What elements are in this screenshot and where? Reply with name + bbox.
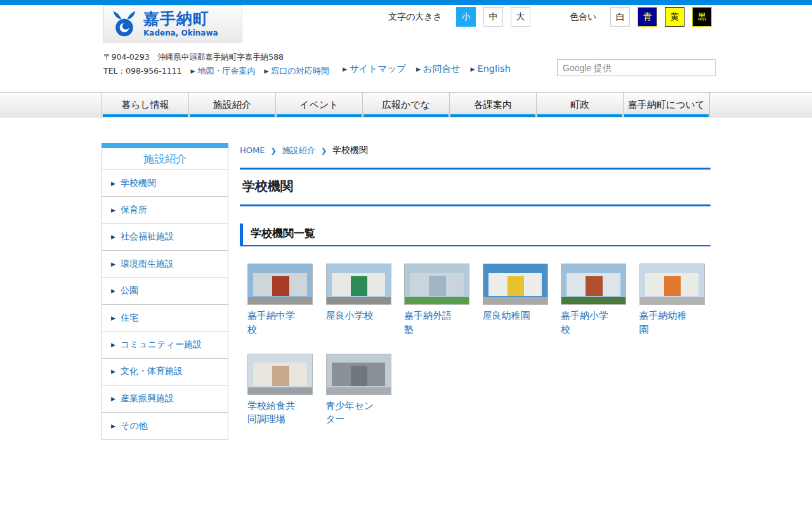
photo-yara-kindergarten bbox=[483, 264, 548, 305]
photo-layer-acc bbox=[351, 276, 367, 297]
site-logo[interactable]: 嘉手納町 Kadena, Okinawa bbox=[103, 5, 242, 43]
nav-item[interactable]: 各課案内 bbox=[449, 93, 536, 117]
sidebar-item[interactable]: ▶環境衛生施設 bbox=[102, 251, 228, 277]
link-arrow-icon: ▶ bbox=[264, 68, 268, 74]
color-scheme-button-青[interactable]: 青 bbox=[638, 7, 657, 27]
color-scheme-button-白[interactable]: 白 bbox=[610, 7, 630, 27]
photo-kadena-junior-high-school bbox=[247, 264, 313, 305]
breadcrumb-item[interactable]: HOME bbox=[240, 145, 265, 155]
header-link[interactable]: 地図・庁舎案内 bbox=[197, 66, 255, 76]
school-card[interactable]: 嘉手納小学校 bbox=[561, 264, 626, 337]
sidebar-item-label: 社会福祉施設 bbox=[121, 231, 174, 243]
utility-links: ▶サイトマップ▶お問合せ▶English bbox=[343, 63, 511, 75]
sidebar-item[interactable]: ▶その他 bbox=[102, 413, 228, 439]
font-size-button-中[interactable]: 中 bbox=[483, 7, 503, 27]
nav-item[interactable]: 施設紹介 bbox=[188, 93, 275, 117]
school-card[interactable]: 青少年センター bbox=[326, 354, 391, 427]
photo-school-lunch-joint-kitchen bbox=[247, 354, 313, 395]
postal-address: 〒904-0293 沖縄県中頭郡嘉手納町字嘉手納588 bbox=[103, 52, 284, 63]
photo-layer-gnd bbox=[248, 387, 312, 394]
sidebar-arrow-icon: ▶ bbox=[111, 180, 115, 187]
color-scheme-button-黒[interactable]: 黒 bbox=[692, 7, 712, 27]
sidebar-item-label: 環境衛生施設 bbox=[121, 258, 174, 270]
sidebar-item[interactable]: ▶社会福祉施設 bbox=[102, 224, 228, 251]
link-arrow-icon: ▶ bbox=[191, 68, 195, 74]
link-arrow-icon: ▶ bbox=[343, 66, 347, 72]
school-link[interactable]: 屋良幼稚園 bbox=[483, 309, 534, 323]
photo-layer-gnd bbox=[248, 297, 312, 304]
main-nav: 暮らし情報施設紹介イベント広報かでな各課案内町政嘉手納町について bbox=[0, 92, 812, 117]
nav-item[interactable]: 広報かでな bbox=[362, 93, 449, 117]
school-card[interactable]: 嘉手納幼稚園 bbox=[639, 264, 705, 337]
sidebar-arrow-icon: ▶ bbox=[111, 207, 115, 213]
page-title-block: 学校機関 bbox=[240, 168, 710, 206]
logo-text: 嘉手納町 Kadena, Okinawa bbox=[143, 11, 218, 37]
nav-item[interactable]: 暮らし情報 bbox=[102, 93, 188, 117]
nav-item[interactable]: 嘉手納町について bbox=[623, 93, 710, 117]
photo-layer-acc bbox=[664, 276, 681, 297]
breadcrumb-item: 学校機関 bbox=[332, 145, 368, 155]
school-card[interactable]: 屋良幼稚園 bbox=[483, 264, 548, 337]
top-accent-bar bbox=[0, 0, 812, 5]
sidebar-item-label: 保育所 bbox=[121, 204, 147, 216]
photo-kadena-elementary-school bbox=[561, 264, 626, 305]
photo-layer-gnd bbox=[640, 297, 704, 304]
school-card[interactable]: 嘉手納外語塾 bbox=[404, 264, 469, 337]
utility-link[interactable]: サイトマップ bbox=[350, 64, 406, 74]
font-size-label: 文字の大きさ bbox=[388, 11, 442, 23]
school-link[interactable]: 嘉手納小学校 bbox=[561, 309, 612, 337]
sidebar-arrow-icon: ▶ bbox=[111, 288, 115, 294]
photo-layer-gnd bbox=[327, 297, 391, 304]
sidebar-item[interactable]: ▶保育所 bbox=[102, 197, 228, 224]
sidebar-title: 施設紹介 bbox=[102, 148, 228, 170]
search-input[interactable] bbox=[557, 59, 716, 76]
phone-number: TEL：098-956-1111 bbox=[103, 66, 182, 76]
photo-kadena-foreign-language-school bbox=[404, 264, 469, 305]
school-card[interactable]: 学校給食共同調理場 bbox=[247, 354, 313, 427]
breadcrumb: HOME❯施設紹介❯学校機関 bbox=[240, 145, 368, 156]
logo-title: 嘉手納町 bbox=[143, 11, 218, 27]
utility-link[interactable]: English bbox=[478, 64, 511, 74]
photo-yara-elementary-school bbox=[326, 264, 391, 305]
sidebar-item[interactable]: ▶産業振興施設 bbox=[102, 385, 228, 412]
sidebar-item[interactable]: ▶住宅 bbox=[102, 305, 228, 331]
sidebar-item-label: その他 bbox=[121, 420, 148, 432]
header-link[interactable]: 窓口の対応時間 bbox=[271, 66, 329, 76]
font-size-button-大[interactable]: 大 bbox=[511, 7, 530, 27]
sidebar-item[interactable]: ▶コミュニティー施設 bbox=[102, 331, 228, 358]
school-link[interactable]: 嘉手納中学校 bbox=[247, 309, 298, 337]
photo-layer-gnd bbox=[405, 297, 469, 304]
section-title: 学校機関一覧 bbox=[240, 224, 710, 246]
kadena-town-emblem-icon bbox=[110, 11, 138, 37]
photo-layer-acc bbox=[429, 276, 445, 297]
nav-item[interactable]: 町政 bbox=[536, 93, 623, 117]
sidebar-arrow-icon: ▶ bbox=[111, 342, 115, 348]
sidebar-item-label: 産業振興施設 bbox=[121, 393, 174, 404]
school-link[interactable]: 嘉手納外語塾 bbox=[404, 309, 455, 337]
link-arrow-icon: ▶ bbox=[416, 66, 421, 72]
school-card[interactable]: 屋良小学校 bbox=[326, 264, 391, 337]
photo-youth-center bbox=[326, 354, 391, 395]
breadcrumb-chevron-icon: ❯ bbox=[270, 147, 276, 155]
school-link[interactable]: 青少年センター bbox=[326, 399, 377, 427]
font-size-button-小[interactable]: 小 bbox=[456, 7, 476, 27]
school-list: 嘉手納中学校屋良小学校嘉手納外語塾屋良幼稚園嘉手納小学校嘉手納幼稚園学校給食共同… bbox=[247, 264, 717, 427]
link-arrow-icon: ▶ bbox=[471, 66, 475, 72]
school-link[interactable]: 学校給食共同調理場 bbox=[247, 399, 298, 427]
sidebar-item[interactable]: ▶公園 bbox=[102, 278, 228, 305]
photo-layer-acc bbox=[508, 276, 524, 297]
school-link[interactable]: 嘉手納幼稚園 bbox=[639, 309, 690, 337]
nav-item[interactable]: イベント bbox=[275, 93, 362, 117]
sidebar-item[interactable]: ▶学校機関 bbox=[102, 170, 228, 197]
sidebar-item-label: 住宅 bbox=[121, 312, 138, 324]
sidebar-item[interactable]: ▶文化・体育施設 bbox=[102, 359, 228, 385]
school-card[interactable]: 嘉手納中学校 bbox=[247, 264, 313, 337]
utility-link[interactable]: お問合せ bbox=[423, 64, 461, 74]
logo-subtitle: Kadena, Okinawa bbox=[143, 29, 218, 37]
sidebar: 施設紹介 ▶学校機関▶保育所▶社会福祉施設▶環境衛生施設▶公園▶住宅▶コミュニテ… bbox=[102, 143, 228, 440]
school-link[interactable]: 屋良小学校 bbox=[326, 309, 377, 323]
breadcrumb-item[interactable]: 施設紹介 bbox=[282, 145, 315, 155]
photo-layer-acc bbox=[586, 276, 602, 297]
sidebar-arrow-icon: ▶ bbox=[111, 261, 115, 267]
color-scheme-button-黄[interactable]: 黄 bbox=[665, 7, 684, 27]
